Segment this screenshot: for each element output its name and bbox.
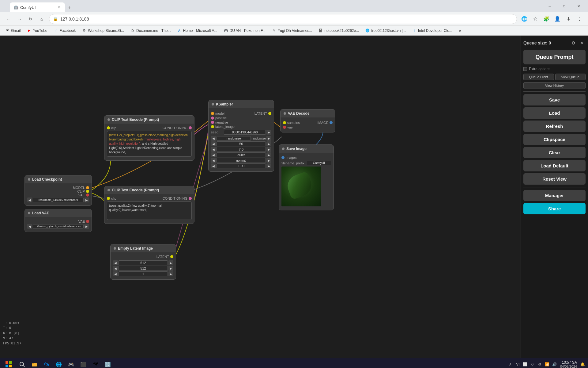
back-button[interactable]: ← [4,14,13,24]
map-taskbar-icon[interactable]: 🗺 [91,359,100,368]
time-display[interactable]: 10:57 SA 04/08/2024 [560,360,577,368]
clip-in-port[interactable] [107,126,110,129]
extensions-icon[interactable]: 🧩 [541,14,551,24]
tray-volume[interactable]: 🔊 [552,361,558,367]
save-button[interactable]: Save [523,94,586,105]
extra-options-checkbox[interactable] [523,67,527,71]
denoise-next-btn[interactable]: ▶ [266,163,271,168]
game-taskbar-icon[interactable]: 🎮 [66,359,76,368]
seed-input[interactable] [224,130,266,135]
active-tab[interactable]: 🤖 ComfyUI ✕ [10,2,65,12]
width-prev-btn[interactable]: ◀ [113,260,118,265]
bookmark-pokemon[interactable]: 🎮 DU AN - Pokemon F... [221,27,268,34]
cfg-prev-btn[interactable]: ◀ [211,147,216,152]
steps-next-btn[interactable]: ▶ [266,141,271,146]
close-panel-icon[interactable]: ✕ [578,39,586,47]
bookmark-intel[interactable]: i Intel Developer Clo... [409,27,455,34]
more-bookmarks-button[interactable]: » [457,28,464,34]
queue-prompt-button[interactable]: Queue Prompt [523,50,586,64]
clip-neg-in-port[interactable] [107,197,110,200]
tray-network[interactable]: 📶 [544,361,550,367]
forward-button[interactable]: → [15,14,24,24]
refresh-button[interactable]: Refresh [523,121,586,132]
tray-window-switch[interactable]: ⬜ [522,361,528,367]
terminal-taskbar-icon[interactable]: ⬛ [78,359,88,368]
negative-in-port[interactable] [211,121,214,124]
new-tab-button[interactable]: + [65,4,74,12]
bookmark-youtube[interactable]: ▶ YouTube [24,27,50,34]
minimize-button[interactable]: ─ [543,2,557,11]
steps-prev-btn[interactable]: ◀ [211,141,216,146]
model-in-port[interactable] [211,112,214,115]
browser-taskbar-icon[interactable]: 🌐 [54,359,64,368]
height-next-btn[interactable]: ▶ [168,266,173,271]
control-expand-btn[interactable]: ▶ [266,136,271,141]
file-explorer-taskbar-icon[interactable] [29,359,39,368]
scheduler-next-btn[interactable]: ▶ [266,158,271,163]
profile-icon[interactable]: 👤 [552,14,562,24]
reset-view-button[interactable]: Reset View [523,173,586,185]
height-prev-btn[interactable]: ◀ [113,266,118,271]
bookmark-notebook[interactable]: 📓 notebook21e0262e... [316,27,361,34]
ckpt-next-btn[interactable]: ▶ [84,197,89,202]
model-port[interactable] [86,186,89,189]
batch-next-btn[interactable]: ▶ [168,271,173,276]
tray-antivirus[interactable]: 🛡 [530,361,536,367]
calc-taskbar-icon[interactable]: 🔢 [103,359,113,368]
latent-output-port[interactable] [170,255,173,258]
clear-button[interactable]: Clear [523,147,586,158]
scheduler-prev-btn[interactable]: ◀ [211,158,216,163]
vae-prev-btn[interactable]: ◀ [27,224,32,229]
clipspace-button[interactable]: Clipspace [523,134,586,145]
image-out-port[interactable] [330,121,333,124]
download-icon[interactable]: ⬇ [564,14,573,24]
load-default-button[interactable]: Load Default [523,160,586,171]
denoise-prev-btn[interactable]: ◀ [211,163,216,168]
positive-prompt-text[interactable]: (dew:1.2),(droplet:1.1),grass-blade,morn… [107,131,192,157]
vae-in-port[interactable] [283,126,286,129]
vae-out-port[interactable] [86,220,89,223]
sampler-next-btn[interactable]: ▶ [266,152,271,157]
clip-port[interactable] [86,190,89,193]
share-button[interactable]: Share [523,203,586,214]
control-prev-btn[interactable]: ◀ [211,136,216,141]
close-tab-button[interactable]: ✕ [56,5,61,10]
neg-conditioning-port[interactable] [189,197,192,200]
manager-button[interactable]: Manager [523,190,586,201]
sampler-prev-btn[interactable]: ◀ [211,152,216,157]
translate-icon[interactable]: 🌐 [519,14,529,24]
view-history-button[interactable]: View History [523,82,586,89]
refresh-button[interactable]: ↻ [26,14,36,24]
bookmark-facebook[interactable]: f Facebook [51,27,78,34]
close-button[interactable]: ✕ [572,2,586,11]
bookmark-workshop[interactable]: ⚙ Workshop Steam::G... [79,27,126,34]
tray-language[interactable]: VI [515,361,521,367]
vae-port[interactable] [86,194,89,197]
positive-in-port[interactable] [211,117,214,120]
batch-prev-btn[interactable]: ◀ [113,271,118,276]
bookmark-icon[interactable]: ☆ [530,14,540,24]
notification-icon[interactable]: 🔔 [579,361,586,367]
bookmark-gmail[interactable]: ✉ Gmail [2,27,23,34]
bookmark-ducumon[interactable]: D Ducumon.me - The... [128,27,173,34]
width-next-btn[interactable]: ▶ [168,260,173,265]
view-queue-button[interactable]: View Queue [555,74,586,80]
tray-app1[interactable]: ⚙ [537,361,543,367]
menu-icon[interactable]: ⋮ [575,14,584,24]
conditioning-port[interactable] [189,126,192,129]
images-in-port[interactable] [281,156,285,159]
cfg-next-btn[interactable]: ▶ [266,147,271,152]
queue-front-button[interactable]: Queue Front [523,74,554,80]
canvas-area[interactable]: Load Checkpoint MODEL CLIP VAE ◀ realDre [0,36,521,358]
url-bar[interactable]: 🔒 127.0.0.1:8188 [49,14,517,24]
bookmark-microsoft[interactable]: A Home - Microsoft A... [175,27,220,34]
bookmark-yugioh[interactable]: Y Yugi Oh Vietnames... [269,27,315,34]
vae-next-btn[interactable]: ▶ [84,224,89,229]
settings-icon[interactable]: ⚙ [570,39,577,47]
samples-in-port[interactable] [283,121,286,124]
load-button[interactable]: Load [523,107,586,119]
latent-out-port[interactable] [268,112,271,115]
store-taskbar-icon[interactable]: 🛍 [42,359,51,368]
home-button[interactable]: ⌂ [37,14,47,24]
latent-image-in-port[interactable] [211,125,214,128]
